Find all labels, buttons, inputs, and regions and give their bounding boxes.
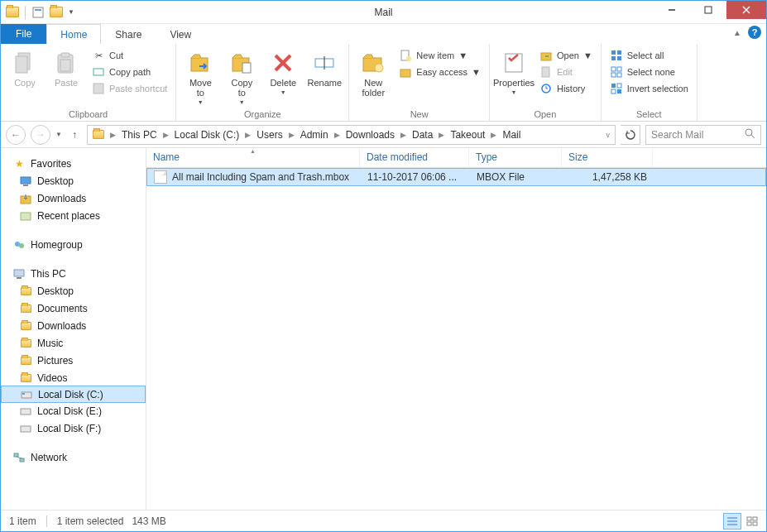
tree-desktop-pc[interactable]: Desktop <box>1 282 146 300</box>
crumb-mail[interactable]: Mail <box>499 126 524 144</box>
move-to-icon <box>187 50 213 76</box>
crumb-c[interactable]: Local Disk (C:) <box>171 126 243 144</box>
close-button[interactable] <box>726 1 766 19</box>
address-bar[interactable]: ▶ This PC▶ Local Disk (C:)▶ Users▶ Admin… <box>87 125 616 145</box>
crumb-data[interactable]: Data <box>409 126 436 144</box>
chevron-right-icon[interactable]: ▶ <box>488 131 499 139</box>
column-type[interactable]: Type <box>469 148 562 167</box>
paste-button[interactable]: Paste <box>47 46 85 88</box>
properties-qat-icon[interactable] <box>30 4 46 21</box>
collapse-ribbon-icon[interactable]: ▲ <box>733 28 741 37</box>
chevron-right-icon[interactable]: ▶ <box>242 131 253 139</box>
new-folder-icon <box>360 50 386 76</box>
navigation-tree[interactable]: ★Favorites Desktop Downloads Recent plac… <box>1 148 146 510</box>
new-item-button[interactable]: New item ▼ <box>395 48 484 63</box>
thumbnails-view-button[interactable] <box>743 513 761 530</box>
scissors-icon: ✂ <box>92 49 105 62</box>
refresh-button[interactable] <box>621 125 640 145</box>
maximize-button[interactable] <box>690 1 726 19</box>
crumb-admin[interactable]: Admin <box>297 126 332 144</box>
chevron-right-icon[interactable]: ▶ <box>108 131 118 139</box>
back-button[interactable]: ← <box>6 125 26 145</box>
open-icon <box>539 49 553 62</box>
edit-button[interactable]: Edit <box>536 65 596 79</box>
svg-rect-46 <box>21 213 31 220</box>
forward-button[interactable]: → <box>31 125 50 145</box>
paste-shortcut-button[interactable]: Paste shortcut <box>89 81 170 96</box>
select-none-button[interactable]: Select none <box>606 65 692 79</box>
svg-rect-40 <box>617 89 621 93</box>
select-all-button[interactable]: Select all <box>606 48 692 63</box>
delete-button[interactable]: Delete▼ <box>264 46 302 95</box>
properties-button[interactable]: Properties▼ <box>495 46 533 95</box>
window-title: Mail <box>374 7 392 18</box>
tree-network[interactable]: Network <box>1 448 146 466</box>
tree-disk-f[interactable]: Local Disk (F:) <box>1 419 146 437</box>
file-row[interactable]: All mail Including Spam and Trash.mbox 1… <box>146 168 766 186</box>
new-folder-button[interactable]: New folder <box>354 46 392 98</box>
tree-desktop[interactable]: Desktop <box>1 172 146 189</box>
new-folder-qat-icon[interactable] <box>48 4 65 21</box>
tree-downloads-pc[interactable]: Downloads <box>1 317 146 334</box>
desktop-icon <box>19 175 32 188</box>
svg-rect-63 <box>747 522 751 525</box>
crumb-thispc[interactable]: This PC <box>118 126 161 144</box>
up-button[interactable]: ↑ <box>67 127 82 142</box>
disk-icon <box>19 405 32 418</box>
tree-videos[interactable]: Videos <box>1 369 146 386</box>
crumb-downloads[interactable]: Downloads <box>343 126 398 144</box>
recent-icon <box>19 209 32 223</box>
copy-path-button[interactable]: Copy path <box>89 65 170 79</box>
titlebar: ▼ Mail <box>1 1 766 24</box>
cut-button[interactable]: ✂Cut <box>89 48 170 63</box>
chevron-right-icon[interactable]: ▶ <box>332 131 343 139</box>
copy-button[interactable]: Copy <box>6 46 44 88</box>
crumb-users[interactable]: Users <box>253 126 285 144</box>
svg-rect-56 <box>20 458 24 462</box>
chevron-right-icon[interactable]: ▶ <box>286 131 297 139</box>
copy-to-button[interactable]: Copy to▼ <box>223 46 261 105</box>
details-view-button[interactable] <box>723 513 741 530</box>
open-button[interactable]: Open ▼ <box>536 48 596 63</box>
folder-icon[interactable] <box>4 4 21 21</box>
tree-music[interactable]: Music <box>1 334 146 352</box>
qat-dropdown-icon[interactable]: ▼ <box>68 8 74 16</box>
tree-downloads-fav[interactable]: Downloads <box>1 189 146 207</box>
ribbon-group-open: Properties▼ Open ▼ Edit History Open <box>490 44 602 121</box>
invert-selection-button[interactable]: Invert selection <box>606 81 692 96</box>
help-icon[interactable]: ? <box>748 26 761 39</box>
easy-access-button[interactable]: Easy access ▼ <box>395 65 484 79</box>
move-to-button[interactable]: Move to▼ <box>181 46 219 105</box>
svg-rect-31 <box>611 56 616 60</box>
disk-icon <box>20 388 33 401</box>
column-name[interactable]: Name <box>146 148 360 167</box>
folder-icon <box>89 126 108 144</box>
search-input[interactable]: Search Mail <box>645 125 761 145</box>
svg-rect-30 <box>617 50 621 55</box>
chevron-right-icon[interactable]: ▶ <box>398 131 409 139</box>
tab-home[interactable]: Home <box>46 24 101 44</box>
tree-recent[interactable]: Recent places <box>1 207 146 224</box>
address-dropdown-icon[interactable]: v <box>603 126 614 144</box>
column-size[interactable]: Size <box>562 148 653 167</box>
column-date[interactable]: Date modified <box>360 148 469 167</box>
tab-file[interactable]: File <box>1 24 46 44</box>
tree-disk-c[interactable]: Local Disk (C:) <box>1 386 146 403</box>
crumb-takeout[interactable]: Takeout <box>447 126 488 144</box>
history-button[interactable]: History <box>536 81 596 96</box>
rename-button[interactable]: Rename <box>305 46 343 88</box>
minimize-button[interactable] <box>654 1 690 19</box>
chevron-right-icon[interactable]: ▶ <box>161 131 171 139</box>
tree-documents[interactable]: Documents <box>1 300 146 317</box>
tree-favorites[interactable]: ★Favorites <box>1 155 146 172</box>
tab-view[interactable]: View <box>156 24 205 44</box>
tab-share[interactable]: Share <box>101 24 156 44</box>
tree-pictures[interactable]: Pictures <box>1 352 146 369</box>
tree-disk-e[interactable]: Local Disk (E:) <box>1 402 146 419</box>
status-bar: 1 item 1 item selected 143 MB <box>1 510 766 531</box>
history-dropdown-icon[interactable]: ▼ <box>55 131 62 138</box>
chevron-right-icon[interactable]: ▶ <box>436 131 447 139</box>
tree-homegroup[interactable]: Homegroup <box>1 236 146 253</box>
svg-line-57 <box>17 457 22 458</box>
tree-thispc[interactable]: This PC <box>1 265 146 282</box>
